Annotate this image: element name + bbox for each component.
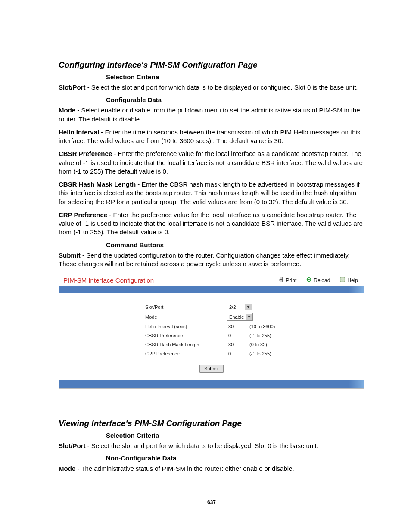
page-number: 637 [59,499,364,505]
term: CBSR Preference [59,150,112,157]
subhead-selection-criteria-2: Selection Criteria [106,432,364,439]
subhead-nonconfig-data: Non-Configurable Data [106,454,364,462]
term: Mode [59,106,75,114]
help-button[interactable]: ? Help [339,277,358,284]
para-hello: Hello Interval - Enter the time in secon… [59,128,364,146]
select-value: 2/2 [227,305,245,310]
label-hello-interval: Hello Interval (secs) [59,324,227,329]
para-cbsr-pref: CBSR Preference - Enter the preference v… [59,149,364,176]
input-hello-interval[interactable] [227,323,245,330]
label-crp-pref: CRP Preference [59,351,227,356]
text: - The administrative status of PIM-SM in… [75,465,294,472]
section-configuring-title: Configuring Interface's PIM-SM Configura… [59,60,364,70]
select-slot-port[interactable]: 2/2 [227,303,252,311]
label-mode: Mode [59,314,227,320]
text: - Enter the time in seconds between the … [59,128,360,144]
panel-top-bar [59,286,364,293]
text: - Send the updated configuration to the … [59,252,350,268]
para-crp-pref: CRP Preference - Enter the preference va… [59,211,364,237]
input-cbsr-pref[interactable] [227,332,245,339]
help-icon: ? [339,277,346,284]
text: - Select the slot and port for which dat… [86,84,358,91]
input-crp-pref[interactable] [227,350,245,357]
hint-hello-interval: (10 to 3600) [249,324,275,329]
para-mode-2: Mode - The administrative status of PIM-… [59,464,364,473]
chevron-down-icon [245,304,252,310]
term: CRP Preference [59,211,107,218]
svg-text:?: ? [342,278,344,282]
print-label: Print [286,277,297,283]
subhead-selection-criteria: Selection Criteria [106,73,364,81]
term: Mode [59,465,75,472]
print-icon [278,277,284,284]
reload-label: Reload [314,277,330,283]
select-mode[interactable]: Enable [227,313,253,321]
label-cbsr-pref: CBSR Preference [59,333,227,338]
label-slot-port: Slot/Port [59,305,227,310]
select-value: Enable [227,314,246,320]
reload-button[interactable]: Reload [306,277,330,284]
para-slot-port-2: Slot/Port - Select the slot and port for… [59,442,364,450]
text: - Select the slot and port for which dat… [86,442,318,449]
submit-button[interactable]: Submit [199,365,224,373]
section-viewing-title: Viewing Interface's PIM-SM Configuration… [59,419,364,428]
para-slot-port: Slot/Port - Select the slot and port for… [59,83,364,92]
term: Submit [59,252,81,259]
para-cbsr-mask: CBSR Hash Mask Length - Enter the CBSR h… [59,180,364,206]
para-submit: Submit - Send the updated configuration … [59,251,364,269]
svg-rect-1 [280,277,282,279]
hint-cbsr-mask: (0 to 32) [249,342,267,347]
reload-icon [306,277,312,284]
input-cbsr-mask[interactable] [227,341,245,348]
subhead-command-buttons: Command Buttons [106,241,364,249]
print-button[interactable]: Print [278,277,297,284]
panel-title: PIM-SM Interface Configuration [63,277,278,284]
panel-bottom-bar [59,380,364,388]
term: Slot/Port [59,442,86,449]
help-label: Help [347,277,358,283]
hint-cbsr-pref: (-1 to 255) [249,333,271,338]
label-cbsr-mask: CBSR Hash Mask Length [59,342,227,347]
term: Slot/Port [59,84,86,91]
term: CBSR Hash Mask Length [59,180,136,188]
text: - Select enable or disable from the pull… [59,106,360,122]
config-panel: PIM-SM Interface Configuration Print Rel… [59,274,364,389]
svg-rect-2 [280,280,282,282]
para-mode: Mode - Select enable or disable from the… [59,106,364,124]
chevron-down-icon [246,314,252,320]
hint-crp-pref: (-1 to 255) [249,351,271,356]
term: Hello Interval [59,128,99,136]
subhead-configurable-data: Configurable Data [106,96,364,103]
